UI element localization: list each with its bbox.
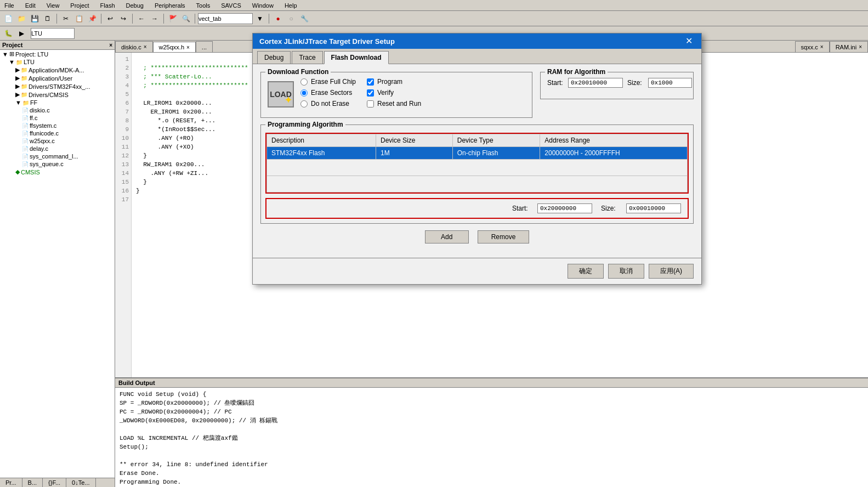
dialog-jlink: Cortex JLink/JTrace Target Driver Setup … [252, 33, 702, 285]
cell-device-size: 1M [376, 147, 452, 160]
cancel-button[interactable]: 取消 [608, 264, 644, 279]
col-device-size: Device Size [376, 134, 452, 147]
verify-row: Verify [367, 89, 421, 97]
reset-run-row: Reset and Run [367, 100, 421, 107]
cell-address-range: 20000000H - 2000FFFFH [540, 147, 688, 160]
table-row-empty [267, 160, 688, 176]
algo-button-row: Add Remove [260, 230, 694, 244]
reset-run-checkbox[interactable] [367, 100, 374, 107]
erase-full-chip-row: Erase Full Chip [300, 78, 356, 86]
cell-device-type: On-chip Flash [452, 147, 540, 160]
col-address-range: Address Range [540, 134, 688, 147]
ram-group-label: RAM for Algorithm [545, 68, 608, 76]
verify-checkbox[interactable] [367, 89, 374, 97]
program-checkbox[interactable] [367, 78, 374, 86]
ok-button[interactable]: 确定 [568, 264, 604, 279]
algo-table-wrapper: Description Device Size Device Type Addr… [265, 133, 689, 194]
algo-start-input[interactable] [537, 203, 592, 213]
reset-run-label: Reset and Run [377, 100, 421, 107]
dialog-tab-bar: Debug Trace Flash Download [253, 49, 701, 64]
dialog-title: Cortex JLink/JTrace Target Driver Setup [259, 37, 395, 46]
add-button[interactable]: Add [425, 230, 469, 244]
program-row: Program [367, 78, 421, 86]
dialog-close-button[interactable]: ✕ [683, 37, 695, 46]
verify-label: Verify [377, 89, 394, 97]
col-description: Description [267, 134, 376, 147]
dialog-titlebar: Cortex JLink/JTrace Target Driver Setup … [253, 33, 701, 49]
ram-start-input[interactable] [568, 78, 623, 88]
ram-for-algorithm-group: RAM for Algorithm Start: Size: [540, 72, 694, 99]
do-not-erase-radio[interactable] [300, 100, 308, 107]
top-section: Download Function LOAD ✦ E [260, 72, 694, 124]
dialog-footer: 确定 取消 应用(A) [253, 258, 701, 284]
remove-button[interactable]: Remove [478, 230, 530, 244]
download-function-col: Download Function LOAD ✦ E [260, 72, 532, 124]
ram-size-label: Size: [627, 79, 644, 87]
do-not-erase-label: Do not Erase [311, 100, 349, 107]
cell-description: STM32F4xx Flash [267, 147, 376, 160]
ram-start-row: Start: Size: [547, 78, 687, 88]
table-row[interactable]: STM32F4xx Flash 1M On-chip Flash 2000000… [267, 147, 688, 160]
erase-full-chip-label: Erase Full Chip [311, 78, 356, 86]
erase-full-chip-radio[interactable] [300, 78, 308, 86]
download-function-group: Download Function LOAD ✦ E [260, 72, 532, 118]
tab-flash-download[interactable]: Flash Download [324, 51, 389, 64]
dialog-content: Download Function LOAD ✦ E [253, 64, 701, 258]
download-function-label: Download Function [265, 68, 331, 76]
do-not-erase-row: Do not Erase [300, 100, 356, 107]
algo-bottom-fields: Start: Size: [265, 198, 689, 219]
table-row-empty2 [267, 176, 688, 192]
ram-for-algorithm-col: RAM for Algorithm Start: Size: [540, 72, 694, 124]
erase-sectors-label: Erase Sectors [311, 89, 352, 97]
apply-button[interactable]: 应用(A) [649, 264, 694, 279]
algo-table: Description Device Size Device Type Addr… [266, 134, 688, 192]
download-options: Erase Full Chip Erase Sectors Do not Era… [300, 78, 356, 111]
load-icon: LOAD ✦ [268, 81, 294, 107]
algo-size-input[interactable] [626, 203, 681, 213]
load-star-icon: ✦ [285, 95, 292, 105]
algo-size-label: Size: [601, 205, 617, 212]
programming-algorithm-section: Programming Algorithm Description Device… [260, 124, 694, 224]
erase-sectors-radio[interactable] [300, 89, 308, 97]
dialog-overlay: Cortex JLink/JTrace Target Driver Setup … [0, 0, 868, 487]
algo-section-label: Programming Algorithm [265, 121, 345, 128]
program-options: Program Verify Reset and Run [367, 78, 421, 111]
erase-sectors-row: Erase Sectors [300, 89, 356, 97]
col-device-type: Device Type [452, 134, 540, 147]
download-inner: LOAD ✦ Erase Full Chip [268, 78, 525, 111]
tab-trace[interactable]: Trace [292, 51, 322, 64]
tab-debug[interactable]: Debug [257, 51, 291, 64]
ram-size-input[interactable] [648, 78, 692, 88]
algo-start-label: Start: [512, 205, 529, 212]
ram-start-label: Start: [547, 79, 564, 87]
program-label: Program [377, 78, 402, 86]
